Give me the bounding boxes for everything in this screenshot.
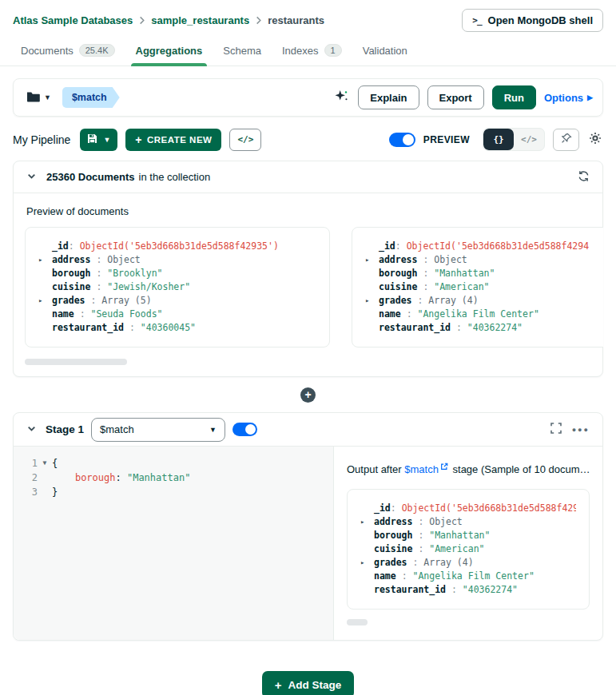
caret-spacer [360, 583, 374, 597]
settings-button[interactable] [587, 130, 603, 149]
doc-field-row: _id: ObjectId('5eb3d668b31de5d588f4294 [365, 240, 603, 253]
match-stage-chip[interactable]: $match [62, 87, 120, 108]
match-docs-link[interactable]: $match [404, 463, 439, 475]
code-text: borough: "Manhattan" [52, 471, 190, 485]
ellipsis-icon: ●●● [572, 426, 590, 434]
braces-view-segment[interactable]: {} [483, 129, 514, 150]
output-heading: Output after $match stage (Sample of 10 … [347, 461, 590, 478]
field-value: Array (5) [101, 294, 151, 308]
collapse-stage-button[interactable] [25, 422, 38, 438]
expand-caret-icon[interactable]: ▸ [365, 294, 379, 308]
caret-spacer [38, 267, 52, 280]
tab-schema[interactable]: Schema [215, 39, 269, 66]
field-key: grades [379, 294, 412, 308]
add-stage-button[interactable]: + Add Stage [262, 671, 355, 695]
caret-spacer [360, 570, 374, 583]
field-key: address [374, 515, 412, 529]
breadcrumb-databases-link[interactable]: Atlas Sample Databases [13, 14, 133, 26]
field-separator: : [395, 240, 407, 253]
code-view-segment[interactable]: </> [514, 129, 544, 150]
field-value: ObjectId('5eb3d668b31de5d588f429 [402, 502, 576, 515]
top-bar: Atlas Sample Databases sample_restaurant… [0, 0, 616, 32]
field-separator: : [90, 267, 107, 280]
fold-caret-icon[interactable]: ▼ [38, 456, 52, 471]
doc-field-row: ▸grades : Array (5) [38, 294, 316, 308]
doc-field-row: borough : "Manhattan" [360, 529, 576, 542]
field-separator: : [69, 240, 80, 253]
stage-operator-select[interactable]: $match ▼ [91, 418, 225, 442]
stage-fullscreen-button[interactable] [549, 421, 563, 438]
tab-badge: 25.4K [79, 44, 115, 57]
caret-down-icon: ▼ [44, 93, 51, 101]
expand-caret-icon[interactable]: ▸ [360, 515, 374, 529]
breadcrumb-collection: restaurants [268, 14, 324, 26]
caret-down-icon: ▼ [103, 136, 110, 144]
pipeline-as-text-button[interactable]: </> [229, 129, 261, 151]
doc-field-row: borough : "Manhattan" [365, 267, 603, 280]
terminal-icon: >_ [472, 15, 481, 26]
braces-icon: {} [493, 134, 503, 145]
footer: + Add Stage [0, 641, 616, 695]
field-value: "Brooklyn" [107, 267, 162, 280]
documents-panel-header: 25360 Documents in the collection [14, 161, 602, 193]
add-stage-between-button[interactable]: + [300, 387, 316, 403]
expand-caret-icon[interactable]: ▸ [365, 253, 379, 267]
stage-enabled-toggle[interactable] [232, 423, 257, 436]
field-separator: : [90, 253, 107, 267]
field-key: address [379, 253, 417, 267]
explain-button[interactable]: Explain [358, 85, 419, 109]
stage-panel: Stage 1 $match ▼ ●●● 1▼{2 borough: "Manh… [13, 412, 603, 641]
pipeline-bar: My Pipeline ▼ + CREATE NEW </> PREVIEW {… [0, 117, 616, 161]
caret-spacer [360, 502, 374, 515]
breadcrumb-database-link[interactable]: sample_restaurants [151, 14, 249, 26]
options-button[interactable]: Options ▶ [544, 92, 593, 104]
tab-indexes[interactable]: Indexes1 [274, 38, 350, 66]
expand-caret-icon[interactable]: ▸ [38, 253, 52, 267]
stage-editor[interactable]: 1▼{2 borough: "Manhattan"3} [14, 447, 334, 640]
fold-spacer [38, 471, 52, 485]
collection-documents-panel: 25360 Documents in the collection Previe… [13, 161, 603, 377]
gear-icon [589, 132, 602, 147]
stage-options-menu-button[interactable]: ●●● [570, 423, 591, 437]
stage-wizard-button[interactable]: ▼ [23, 88, 54, 108]
refresh-button[interactable] [576, 169, 591, 186]
collapse-documents-button[interactable] [25, 169, 38, 185]
output-scrollbar-thumb[interactable] [347, 619, 368, 626]
options-caret-icon: ▶ [587, 93, 593, 101]
field-key: cuisine [52, 280, 90, 294]
tab-documents[interactable]: Documents25.4K [13, 38, 123, 66]
focus-mode-button[interactable] [553, 129, 579, 151]
horizontal-scrollbar-thumb[interactable] [25, 359, 127, 365]
preview-toggle[interactable] [389, 133, 415, 147]
expand-caret-icon[interactable]: ▸ [360, 556, 374, 570]
field-key: cuisine [379, 280, 417, 294]
create-new-button[interactable]: + CREATE NEW [125, 129, 221, 151]
tab-aggregations[interactable]: Aggregations [128, 39, 211, 66]
field-value: Object [434, 253, 467, 267]
field-value: "Seuda Foods" [90, 308, 162, 321]
doc-field-row: name : "Angelika Film Center" [365, 308, 603, 321]
documents-count: 25360 Documents [46, 171, 135, 183]
horizontal-scrollbar [25, 359, 591, 365]
code-token [52, 472, 75, 483]
tab-validation[interactable]: Validation [355, 39, 415, 66]
stage-output-panel: Output after $match stage (Sample of 10 … [334, 447, 602, 640]
caret-down-icon: ▼ [209, 426, 217, 434]
sparkle-icon [335, 89, 348, 105]
caret-spacer [38, 280, 52, 294]
document-card: _id: ObjectId('5eb3d668b31de5d588f4294▸a… [352, 227, 603, 348]
code-token: } [52, 486, 58, 498]
open-mongodb-shell-button[interactable]: >_ Open MongoDB shell [462, 9, 603, 32]
save-pipeline-button[interactable]: ▼ [80, 129, 117, 151]
expand-caret-icon[interactable]: ▸ [38, 294, 52, 308]
export-button[interactable]: Export [427, 85, 484, 109]
field-separator: : [417, 253, 434, 267]
doc-field-row: restaurant_id : "40360045" [38, 321, 316, 335]
code-token: : [115, 472, 126, 483]
field-key: borough [374, 529, 412, 542]
run-button[interactable]: Run [492, 85, 536, 109]
document-cards-row: _id: ObjectId('5eb3d668b31de5d588f42935'… [25, 227, 603, 348]
field-separator: : [446, 583, 463, 597]
ai-assist-button[interactable] [333, 88, 350, 107]
add-stage-between-row: + [0, 377, 616, 412]
